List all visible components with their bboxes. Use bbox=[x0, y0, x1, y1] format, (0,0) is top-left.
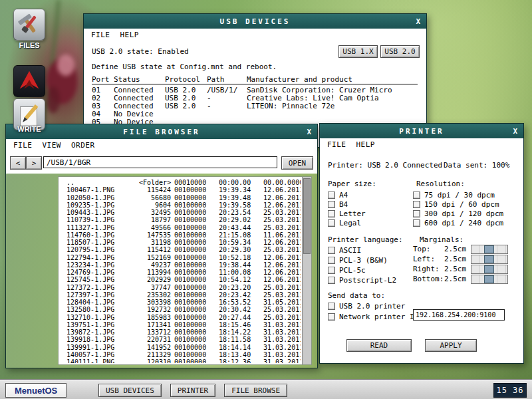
resolution-option[interactable]: 300 dpi / 120 dpcm bbox=[413, 209, 503, 218]
file-list-item[interactable]: 128404-1.JPG 303398 00100000 16:53.52 31… bbox=[66, 299, 301, 306]
send-network-option[interactable]: Network printer IP: bbox=[328, 312, 423, 321]
checkbox-icon[interactable] bbox=[328, 210, 335, 217]
slider-thumb[interactable] bbox=[484, 245, 494, 253]
file-list-item[interactable]: 123234-1.JPG 49237 00100000 19:38.44 12.… bbox=[66, 261, 301, 269]
menu-item[interactable]: FILE bbox=[327, 140, 346, 149]
printer-language-option[interactable]: PCL-5c bbox=[328, 265, 396, 275]
read-button[interactable]: READ bbox=[346, 339, 412, 352]
checkbox-icon[interactable] bbox=[328, 267, 335, 274]
checkbox-icon[interactable] bbox=[413, 210, 420, 217]
menu-item[interactable]: VIEW bbox=[43, 141, 62, 150]
printer-language-option[interactable]: Postscript-L2 bbox=[328, 275, 396, 285]
checkbox-icon[interactable] bbox=[413, 201, 420, 208]
data-sent-status: Data sent: 100% bbox=[444, 161, 509, 170]
margin-slider[interactable] bbox=[471, 275, 508, 284]
slider-thumb[interactable] bbox=[484, 275, 494, 283]
file-list-item[interactable]: 110739-1.JPG 18797 00100000 20:29.02 25.… bbox=[66, 216, 301, 223]
checkbox-icon[interactable] bbox=[413, 192, 420, 199]
file-list-item[interactable]: 114760-1.JPG 147535 00100000 21:15.08 11… bbox=[66, 231, 301, 239]
forward-button[interactable]: > bbox=[26, 156, 42, 170]
file-list-item[interactable]: 127372-1.JPG 37747 00100000 20:23.20 25.… bbox=[66, 284, 301, 291]
checkbox-icon[interactable] bbox=[413, 219, 420, 227]
resolution-option[interactable]: 75 dpi / 30 dpcm bbox=[413, 190, 503, 200]
file-list-item[interactable]: 109235-1.JPG 9604 00100000 19:39.58 12.0… bbox=[66, 201, 301, 209]
desktop-icon-files[interactable] bbox=[13, 9, 45, 41]
back-button[interactable]: < bbox=[10, 156, 26, 170]
slider-thumb[interactable] bbox=[484, 265, 494, 273]
file-list-item[interactable]: 127397-1.JPG 235302 00100000 20:23.42 25… bbox=[66, 291, 301, 299]
file-list-item[interactable]: 124769-1.JPG 113994 00100000 11:00.08 12… bbox=[66, 269, 301, 276]
checkbox-icon[interactable] bbox=[328, 219, 335, 227]
taskbar-task-button[interactable]: USB DEVICES bbox=[98, 384, 162, 397]
margin-slider[interactable] bbox=[471, 245, 508, 254]
send-usb-option[interactable]: USB 2.0 printer bbox=[328, 301, 405, 311]
usb-state-text: USB 2.0 state: Enabled bbox=[92, 47, 189, 56]
file-list-item[interactable]: .. <Folder> 00010000 00:00.00 00.00.0000 bbox=[66, 179, 301, 186]
menu-item[interactable]: HELP bbox=[120, 31, 140, 39]
file-list-item[interactable]: 132580-1.JPG 192732 00100000 20:30.42 25… bbox=[66, 306, 301, 313]
marginal-row: Right: 2.5cm bbox=[413, 264, 508, 274]
file-list-item[interactable]: 120795-1.JPG 115412 00100000 20:29.30 25… bbox=[66, 246, 301, 253]
file-list-item[interactable]: 125745-1.JPG 202929 00100000 10:54.12 12… bbox=[66, 276, 301, 283]
scrollbar[interactable] bbox=[302, 177, 311, 364]
menuetos-start-button[interactable]: MenuetOS bbox=[5, 383, 66, 398]
menu-item[interactable]: FILE bbox=[13, 141, 33, 150]
file-list-item[interactable]: 118507-1.JPG 31198 00100000 10:59.34 12.… bbox=[66, 239, 301, 246]
taskbar-task-button[interactable]: PRINTER bbox=[170, 384, 215, 397]
usb-window-titlebar[interactable]: USB DEVICES X bbox=[84, 14, 426, 29]
paper-size-option[interactable]: B4 bbox=[328, 200, 366, 209]
paper-size-option[interactable]: Letter bbox=[328, 209, 366, 218]
file-list-item[interactable]: 132710-1.JPG 185983 00100000 20:27.44 25… bbox=[66, 314, 301, 321]
file-list-item[interactable]: 140057-1.JPG 211329 00100000 18:13.40 31… bbox=[66, 351, 301, 358]
resolution-option[interactable]: 150 dpi / 60 dpcm bbox=[413, 200, 503, 209]
file-list-item[interactable]: 139751-1.JPG 171341 00100000 18:15.46 31… bbox=[66, 321, 301, 329]
checkbox-icon[interactable] bbox=[328, 247, 335, 254]
checkbox-icon[interactable] bbox=[328, 303, 335, 310]
slider-thumb[interactable] bbox=[484, 255, 494, 263]
menu-item[interactable]: ORDER bbox=[71, 141, 95, 150]
checkbox-icon[interactable] bbox=[328, 201, 335, 208]
desktop-icon-label-files[interactable]: FILES bbox=[0, 41, 59, 49]
checkbox-icon[interactable] bbox=[328, 277, 335, 284]
file-list: .. <Folder> 00010000 00:00.00 00.00.0000… bbox=[58, 176, 312, 365]
menu-item[interactable]: HELP bbox=[356, 140, 376, 149]
menu-item[interactable]: FILE bbox=[91, 31, 110, 39]
resolution-option[interactable]: 600 dpi / 240 dpcm bbox=[413, 218, 503, 227]
marginals-group: Top: 2.5cm Left: 2.5cm Right: bbox=[413, 244, 508, 284]
checkbox-icon[interactable] bbox=[328, 257, 335, 264]
paper-size-option[interactable]: Legal bbox=[328, 218, 366, 227]
file-list-item[interactable]: 102050-1.JPG 56680 00100000 19:39.48 12.… bbox=[66, 194, 301, 201]
paper-size-option[interactable]: A4 bbox=[328, 190, 366, 200]
checkbox-icon[interactable] bbox=[328, 313, 335, 321]
file-list-item[interactable]: 111327-1.JPG 49566 00100000 20:43.44 25.… bbox=[66, 224, 301, 231]
desktop-icon-label-write[interactable]: WRITE bbox=[0, 125, 59, 133]
file-list-item[interactable]: 140111-1.PNG 120310 00100000 18:12.36 31… bbox=[66, 358, 301, 363]
open-button[interactable]: OPEN bbox=[281, 156, 313, 170]
apply-button[interactable]: APPLY bbox=[425, 339, 477, 352]
network-printer-ip-input[interactable] bbox=[413, 309, 505, 321]
file-list-item[interactable]: 139991-1.JPG 141952 00100000 18:14.14 31… bbox=[66, 344, 301, 351]
close-icon[interactable]: X bbox=[513, 124, 517, 138]
printer-language-option[interactable]: PCL-3 (B&W) bbox=[328, 255, 396, 265]
printer-titlebar[interactable]: PRINTER X bbox=[320, 124, 523, 138]
scrollbar-thumb[interactable] bbox=[303, 178, 311, 254]
path-input[interactable] bbox=[43, 156, 277, 168]
usb-1x-button[interactable]: USB 1.X bbox=[338, 45, 378, 58]
taskbar-tasks: USB DEVICES PRINTER FILE BROWSE bbox=[98, 384, 287, 397]
usb-note-text: Define USB state at Config.mnt and reboo… bbox=[92, 63, 277, 71]
desktop-icon-fasm[interactable] bbox=[13, 65, 45, 97]
taskbar-task-button[interactable]: FILE BROWSE bbox=[224, 384, 287, 397]
margin-slider[interactable] bbox=[471, 255, 508, 264]
file-list-item[interactable]: 122794-1.JPG 152169 00100000 10:52.18 12… bbox=[66, 254, 301, 261]
file-list-item[interactable]: 139872-1.JPG 133712 00100000 18:14.22 31… bbox=[66, 329, 301, 336]
margin-slider[interactable] bbox=[471, 265, 508, 274]
close-icon[interactable]: X bbox=[307, 124, 311, 139]
close-icon[interactable]: X bbox=[416, 14, 420, 29]
file-list-item[interactable]: 139918-1.JPG 220731 00100000 18:11.58 31… bbox=[66, 336, 301, 343]
usb-20-button[interactable]: USB 2.0 bbox=[380, 45, 420, 58]
printer-language-option[interactable]: ASCII bbox=[328, 245, 396, 255]
file-list-item[interactable]: 109443-1.JPG 32495 00100000 20:23.54 25.… bbox=[66, 209, 301, 216]
checkbox-icon[interactable] bbox=[328, 192, 335, 199]
taskbar: MenuetOS USB DEVICES PRINTER FILE BROWSE… bbox=[0, 380, 532, 399]
file-list-item[interactable]: 100467-1.PNG 115424 00100000 19:39.34 12… bbox=[66, 186, 301, 194]
